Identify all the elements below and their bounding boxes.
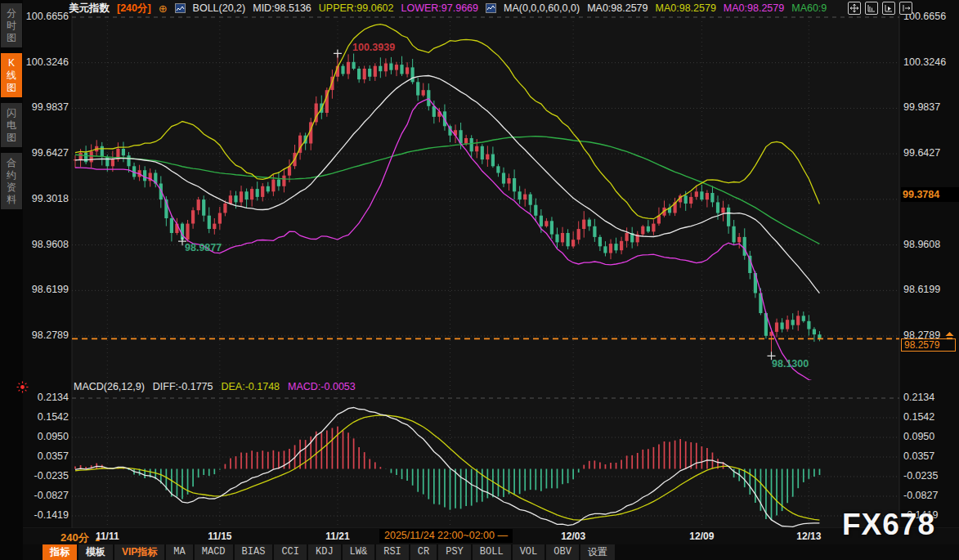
interval-text: 240分 [60, 531, 89, 544]
tab-bias[interactable]: BIAS [235, 544, 273, 560]
tab-lw[interactable]: LW& [343, 544, 375, 560]
macd-dea-value: DEA:-0.1748 [221, 381, 280, 392]
macd-params-label: MACD(26,12,9) [74, 381, 145, 392]
sidebar-item-kline-chart[interactable]: K线图 [1, 53, 22, 97]
tab-ma[interactable]: MA [166, 544, 192, 560]
tab-[interactable]: 指标 [43, 544, 77, 560]
macd-axis-label-right: 0.1542 [903, 411, 957, 423]
tab-[interactable]: 模板 [78, 544, 113, 560]
tab-boll[interactable]: BOLL [473, 544, 511, 560]
macd-diff-value: DIFF:-0.1775 [153, 381, 213, 392]
macd-axis-label-right: 0.0357 [903, 450, 957, 462]
indicator-tabbar: 指标模板VIP指标MAMACDBIASCCIKDJLW&RSICRPSYBOLL… [43, 544, 615, 560]
y-axis-label-right: 99.6427 [903, 147, 957, 159]
ma0-white-value: MA0:98.2579 [587, 2, 648, 14]
x-axis-date-label: 11/11 [89, 531, 125, 542]
x-axis-date-label: 12/09 [683, 531, 719, 542]
boll-indicator-icon[interactable] [175, 3, 186, 13]
boll-lower-value: LOWER:97.9669 [401, 2, 479, 14]
ma-label: MA(0,0,0,60,0,0) [504, 2, 580, 14]
x-axis-date-label: 12/03 [555, 531, 591, 542]
y-axis-label-right: 99.9837 [903, 101, 957, 113]
playback-icon[interactable] [882, 2, 895, 15]
boll-upper-value: UPPER:99.0602 [319, 2, 394, 14]
tab-obv[interactable]: OBV [546, 544, 579, 560]
trading-app-window: 分时图K线图闪电图合约资料 美元指数 [240分] ⊕ BOLL(20,2) M… [0, 0, 959, 560]
chart-type-sidebar: 分时图K线图闪电图合约资料 [0, 0, 23, 560]
ma0-yellow-value: MA0:98.2579 [656, 2, 716, 14]
selected-bar-time-label: 2025/11/24 22:00~02:00 — [379, 529, 513, 543]
x-axis-date-label: 11/15 [202, 531, 238, 542]
chart-legend-bar: 美元指数 [240分] ⊕ BOLL(20,2) MID:98.5136 UPP… [69, 2, 827, 15]
interval-label: [240分] [117, 2, 151, 16]
macd-axis-label-right: 0.0950 [903, 431, 957, 442]
boll-label: BOLL(20,2) [193, 2, 246, 14]
boll-mid-value: MID:98.5136 [253, 2, 311, 14]
tab-macd[interactable]: MACD [195, 544, 233, 560]
move-chart-icon[interactable] [848, 2, 861, 15]
macd-value: MACD:-0.0053 [288, 381, 356, 392]
macd-axis-label-right: -0.0827 [903, 490, 957, 501]
price-chart-canvas[interactable] [0, 0, 959, 560]
ma-indicator-icon[interactable] [486, 3, 496, 13]
macd-axis-label-right: -0.0235 [903, 470, 957, 482]
x-axis-date-label: 11/21 [320, 531, 356, 542]
brand-watermark: FX678 [842, 508, 935, 542]
macd-legend: MACD(26,12,9) DIFF:-0.1775 DEA:-0.1748 M… [74, 381, 356, 392]
indicator-alert-icon[interactable] [16, 381, 29, 396]
y-axis-label-right: 98.9608 [903, 239, 957, 250]
sidebar-item-flash-chart[interactable]: 闪电图 [1, 103, 22, 147]
chart-toolbar [848, 2, 912, 15]
tab-psy[interactable]: PSY [438, 544, 471, 560]
tab-vip[interactable]: VIP指标 [114, 544, 164, 560]
add-indicator-icon[interactable]: ⊕ [159, 2, 168, 15]
low-price-annotation-b: 98.1300 [772, 358, 809, 370]
symbol-title: 美元指数 [69, 2, 110, 16]
sidebar-item-contract-info[interactable]: 合约资料 [1, 153, 22, 209]
high-price-annotation: 100.3939 [352, 42, 395, 53]
x-axis-date-label: 12/13 [791, 531, 827, 542]
macd-axis-label-right: 0.2134 [903, 392, 957, 403]
tab-rsi[interactable]: RSI [376, 544, 409, 560]
tab-cr[interactable]: CR [410, 544, 437, 560]
scroll-to-latest-icon[interactable] [944, 329, 955, 344]
ma60-green-value: MA60:9 [791, 2, 827, 14]
ma0-magenta-value: MA0:98.2579 [724, 2, 784, 14]
axis-scale-icon[interactable] [865, 2, 878, 15]
tab-cci[interactable]: CCI [274, 544, 307, 560]
y-axis-label-right: 98.6199 [903, 284, 957, 295]
tab-[interactable]: 设置 [580, 544, 615, 560]
reference-price-badge: 99.3784 [901, 187, 959, 202]
y-axis-label-right: 100.3246 [903, 56, 957, 68]
exit-fullscreen-icon[interactable] [899, 2, 912, 15]
low-price-annotation-a: 98.9877 [185, 242, 222, 253]
sidebar-item-time-chart[interactable]: 分时图 [1, 3, 22, 47]
tab-kdj[interactable]: KDJ [308, 544, 341, 560]
tab-vol[interactable]: VOL [513, 544, 545, 560]
